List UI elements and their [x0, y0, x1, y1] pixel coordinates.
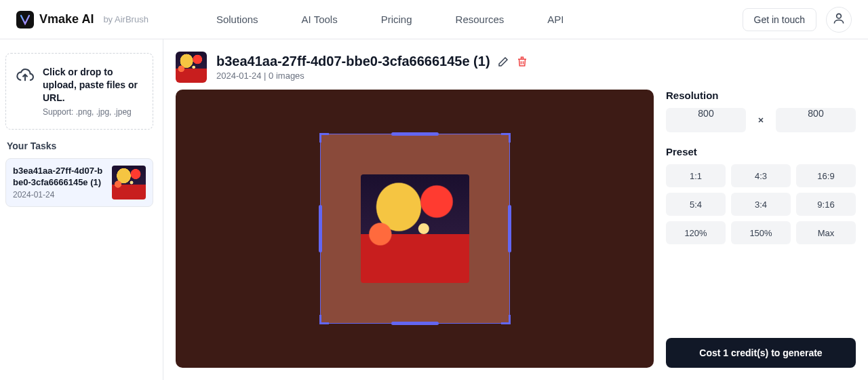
document-meta: 2024-01-24 | 0 images: [216, 71, 528, 81]
crop-corner-tl[interactable]: [319, 133, 329, 142]
preset-grid: 1:1 4:3 16:9 5:4 3:4 9:16 120% 150% Max: [666, 164, 856, 244]
task-item[interactable]: b3ea41aa-27ff-4d07-bbe0-3cfa6666145e (1)…: [5, 158, 153, 207]
document-header: b3ea41aa-27ff-4d07-bbe0-3cfa6666145e (1)…: [163, 39, 868, 90]
top-nav: Vmake AI by AirBrush Solutions AI Tools …: [0, 0, 868, 39]
preset-5-4[interactable]: 5:4: [666, 193, 726, 216]
nav-ai-tools[interactable]: AI Tools: [302, 14, 338, 25]
brand-name: Vmake AI: [39, 12, 94, 26]
svg-point-0: [837, 14, 842, 18]
upload-dropzone[interactable]: Click or drop to upload, paste files or …: [5, 53, 153, 130]
crop-frame[interactable]: [320, 134, 510, 324]
preset-heading: Preset: [666, 146, 856, 157]
nav-solutions[interactable]: Solutions: [216, 14, 258, 25]
primary-nav: Solutions AI Tools Pricing Resources API: [216, 14, 564, 25]
tasks-heading: Your Tasks: [7, 140, 153, 151]
preset-16-9[interactable]: 16:9: [796, 164, 856, 187]
crop-handle-left[interactable]: [319, 205, 322, 252]
canvas[interactable]: [176, 90, 654, 368]
task-title: b3ea41aa-27ff-4d07-bbe0-3cfa6666145e (1): [13, 166, 105, 189]
document-title: b3ea41aa-27ff-4d07-bbe0-3cfa6666145e (1): [216, 54, 490, 69]
task-thumbnail: [112, 166, 146, 200]
document-thumbnail: [176, 52, 207, 83]
nav-pricing[interactable]: Pricing: [381, 14, 412, 25]
source-image[interactable]: [361, 174, 469, 283]
brand-byline: by AirBrush: [103, 14, 148, 24]
preset-3-4[interactable]: 3:4: [731, 193, 791, 216]
upload-instruction: Click or drop to upload, paste files or …: [43, 66, 143, 104]
delete-button[interactable]: [516, 56, 528, 68]
trash-icon: [516, 56, 528, 68]
account-button[interactable]: [826, 7, 852, 33]
rename-button[interactable]: [497, 56, 509, 68]
crop-corner-br[interactable]: [501, 315, 511, 324]
crop-handle-right[interactable]: [508, 205, 511, 252]
height-input[interactable]: 800: [776, 108, 856, 132]
preset-1-1[interactable]: 1:1: [666, 164, 726, 187]
sidebar: Click or drop to upload, paste files or …: [0, 39, 163, 380]
preset-9-16[interactable]: 9:16: [796, 193, 856, 216]
aspect-lock-toggle[interactable]: [751, 114, 770, 126]
pencil-icon: [497, 56, 509, 68]
preset-120[interactable]: 120%: [666, 221, 726, 244]
unlink-icon: [755, 114, 767, 126]
upload-icon: [16, 66, 35, 88]
nav-api[interactable]: API: [547, 14, 564, 25]
get-in-touch-button[interactable]: Get in touch: [743, 8, 817, 31]
crop-corner-tr[interactable]: [501, 133, 511, 142]
crop-corner-bl[interactable]: [319, 315, 329, 324]
brand-logo[interactable]: Vmake AI by AirBrush: [16, 11, 149, 28]
upload-support-text: Support: .png, .jpg, .jpeg: [43, 107, 143, 117]
brand-logo-mark: [16, 11, 34, 28]
settings-panel: Resolution 800 800 Preset 1:1 4:3 16:9 5…: [666, 90, 856, 368]
user-icon: [832, 12, 846, 28]
preset-max[interactable]: Max: [796, 221, 856, 244]
nav-resources[interactable]: Resources: [456, 14, 505, 25]
generate-button[interactable]: Cost 1 credit(s) to generate: [666, 338, 856, 368]
width-input[interactable]: 800: [666, 108, 746, 132]
resolution-heading: Resolution: [666, 90, 856, 101]
main-area: b3ea41aa-27ff-4d07-bbe0-3cfa6666145e (1)…: [163, 39, 868, 380]
preset-150[interactable]: 150%: [731, 221, 791, 244]
crop-handle-top[interactable]: [391, 132, 439, 136]
task-date: 2024-01-24: [13, 190, 105, 200]
crop-handle-bottom[interactable]: [391, 322, 439, 325]
preset-4-3[interactable]: 4:3: [731, 164, 791, 187]
